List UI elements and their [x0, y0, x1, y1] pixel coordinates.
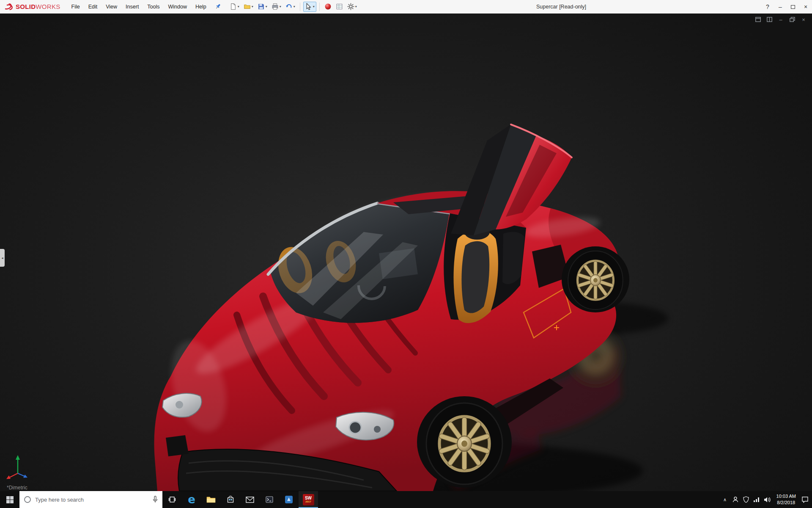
hidden-icons-chevron[interactable]: ∧ [720, 491, 730, 508]
pin-menu-icon[interactable] [215, 3, 221, 10]
evaluate-button[interactable] [334, 2, 345, 12]
driver-seat [454, 224, 498, 323]
maximize-button[interactable] [787, 0, 799, 14]
undo-icon [285, 3, 293, 10]
doc-split-icon[interactable] [754, 16, 761, 23]
doc-restore-button[interactable] [789, 16, 796, 23]
taskbar-app-file-explorer[interactable] [201, 491, 221, 508]
menu-view[interactable]: View [102, 0, 121, 13]
doc-close-button[interactable]: × [800, 16, 807, 23]
close-button[interactable]: × [799, 0, 812, 14]
brand-solid: SOLID [16, 3, 36, 10]
new-document-icon [230, 3, 237, 10]
taskbar-app-store[interactable] [221, 491, 240, 508]
network-icon[interactable] [752, 491, 762, 508]
select-cursor-icon [305, 3, 312, 10]
task-view-icon [168, 496, 176, 503]
edge-icon: e [188, 494, 195, 505]
taskbar-app-edge[interactable]: e [182, 491, 201, 508]
options-button[interactable]: ▾ [346, 2, 359, 12]
taskbar-search[interactable] [19, 491, 162, 508]
save-button[interactable]: ▾ [256, 2, 269, 12]
menu-bar: SOLIDWORKS File Edit View Insert Tools W… [0, 0, 812, 14]
taskbar-app-edrawings[interactable] [279, 491, 299, 508]
doc-pane-icon[interactable] [766, 16, 773, 23]
brand-works: WORKS [36, 3, 60, 10]
toolbar-separator [319, 3, 320, 11]
volume-icon[interactable] [762, 491, 773, 508]
people-icon[interactable] [730, 491, 741, 508]
dropdown-caret[interactable]: ▾ [294, 5, 295, 8]
microphone-icon[interactable] [152, 496, 158, 503]
console-icon [266, 496, 273, 503]
menu-help[interactable]: Help [191, 0, 211, 13]
fog-intake [166, 435, 189, 456]
search-input[interactable] [35, 497, 148, 503]
document-window-controls: – × [754, 16, 807, 23]
taskbar-clock[interactable]: 10:03 AM 8/2/2018 [773, 491, 800, 508]
appearance-button[interactable] [323, 2, 333, 12]
store-icon [227, 496, 234, 503]
rear-wheel [568, 251, 623, 309]
action-center-icon[interactable] [800, 491, 810, 508]
taskbar-app-mail[interactable] [240, 491, 260, 508]
system-tray: ∧ 10:03 AM 8/2/2018 [720, 491, 812, 508]
task-view-button[interactable] [162, 491, 182, 508]
clock-time: 10:03 AM [776, 493, 796, 500]
dropdown-caret[interactable]: ▾ [252, 5, 253, 8]
window-controls: ? – × [761, 0, 812, 14]
print-button[interactable]: ▾ [270, 2, 283, 12]
open-folder-icon [244, 3, 251, 10]
select-button[interactable]: ▾ [303, 2, 316, 12]
main-menu: File Edit View Insert Tools Window Help [67, 0, 211, 13]
start-button[interactable] [0, 491, 19, 508]
maximize-icon [791, 5, 795, 9]
minimize-button[interactable]: – [774, 0, 787, 14]
taskbar-app-solidworks[interactable]: SW 2017 [299, 491, 318, 508]
dropdown-caret[interactable]: ▾ [355, 5, 357, 8]
quick-toolbar: ▾ ▾ ▾ ▾ ▾ ▾ [228, 2, 359, 12]
doc-minimize-button[interactable]: – [777, 16, 784, 23]
print-icon [272, 3, 279, 10]
car-model[interactable] [154, 124, 629, 491]
dropdown-caret[interactable]: ▾ [266, 5, 267, 8]
file-explorer-icon [206, 496, 216, 503]
cortana-circle-icon [24, 496, 31, 503]
menu-tools[interactable]: Tools [143, 0, 164, 13]
undo-button[interactable]: ▾ [284, 2, 297, 12]
evaluate-sheet-icon [336, 3, 343, 10]
windows-logo-icon [6, 496, 14, 503]
menu-window[interactable]: Window [164, 0, 191, 13]
ds-logo-icon [4, 3, 14, 11]
toolbar-separator [300, 3, 300, 11]
menu-insert[interactable]: Insert [121, 0, 143, 13]
new-document-button[interactable]: ▾ [228, 2, 241, 12]
solidworks-2017-icon: SW 2017 [303, 494, 314, 505]
open-button[interactable]: ▾ [242, 2, 255, 12]
menu-edit[interactable]: Edit [84, 0, 102, 13]
brand-text: SOLIDWORKS [16, 3, 60, 11]
help-button[interactable]: ? [761, 0, 774, 14]
appearance-sphere-icon [324, 3, 332, 10]
mail-icon [246, 497, 254, 503]
solidworks-window: SOLIDWORKS File Edit View Insert Tools W… [0, 0, 812, 508]
orientation-triad-icon[interactable] [5, 452, 33, 481]
clock-date: 8/2/2018 [776, 500, 796, 506]
defender-shield-icon[interactable] [741, 491, 752, 508]
dropdown-caret[interactable]: ▾ [238, 5, 239, 8]
view-orientation-label: *Dimetric [7, 485, 27, 491]
menu-file[interactable]: File [67, 0, 84, 13]
save-icon [258, 3, 265, 10]
taskbar-app-console[interactable] [260, 491, 279, 508]
panel-expand-tab[interactable]: ◂ [0, 249, 5, 267]
graphics-viewport[interactable]: – × ◂ *Dimetric [0, 14, 812, 491]
front-wheel [426, 403, 502, 484]
dropdown-caret[interactable]: ▾ [313, 5, 315, 8]
dropdown-caret[interactable]: ▾ [280, 5, 281, 8]
solidworks-logo: SOLIDWORKS [4, 3, 60, 11]
taskbar: e SW 2017 ∧ [0, 491, 812, 508]
viewport-canvas[interactable] [0, 14, 812, 491]
edrawings-icon [285, 495, 293, 504]
options-gear-icon [347, 3, 354, 10]
document-title: Supercar [Read-only] [536, 4, 586, 10]
